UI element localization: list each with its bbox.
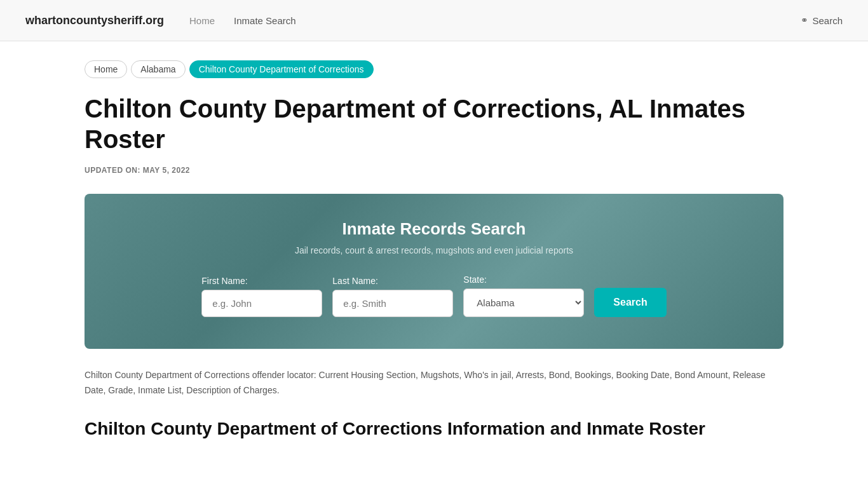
header-left: whartoncountysheriff.org Home Inmate Sea…: [25, 14, 296, 27]
first-name-label: First Name:: [201, 276, 247, 286]
first-name-input[interactable]: [201, 290, 322, 317]
breadcrumb: Home Alabama Chilton County Department o…: [85, 60, 783, 78]
breadcrumb-alabama[interactable]: Alabama: [131, 60, 185, 78]
updated-on: UPDATED ON: MAY 5, 2022: [85, 166, 783, 175]
page-title: Chilton County Department of Corrections…: [85, 93, 783, 154]
state-label: State:: [463, 274, 487, 285]
header-search-label: Search: [812, 15, 843, 26]
section-title: Chilton County Department of Corrections…: [85, 417, 783, 440]
search-icon: ⚭: [801, 15, 808, 25]
header-search-button[interactable]: ⚭ Search: [801, 15, 843, 26]
last-name-group: Last Name:: [332, 276, 453, 317]
state-group: State: Alabama Alaska Arizona Arkansas C…: [463, 274, 584, 317]
nav-inmate-search[interactable]: Inmate Search: [234, 15, 296, 26]
breadcrumb-home[interactable]: Home: [85, 60, 127, 78]
site-logo[interactable]: whartoncountysheriff.org: [25, 14, 164, 27]
main-nav: Home Inmate Search: [189, 15, 296, 26]
description-text: Chilton County Department of Corrections…: [85, 368, 783, 398]
site-header: whartoncountysheriff.org Home Inmate Sea…: [0, 0, 868, 41]
last-name-input[interactable]: [332, 290, 453, 317]
nav-home[interactable]: Home: [189, 15, 215, 26]
first-name-group: First Name:: [201, 276, 322, 317]
main-content: Home Alabama Chilton County Department o…: [59, 41, 809, 466]
inmate-search-box: Inmate Records Search Jail records, cour…: [85, 194, 783, 349]
search-box-subtitle: Jail records, court & arrest records, mu…: [123, 245, 745, 255]
last-name-label: Last Name:: [332, 276, 378, 286]
search-button[interactable]: Search: [594, 288, 666, 317]
search-fields: First Name: Last Name: State: Alabama Al…: [123, 274, 745, 317]
state-select[interactable]: Alabama Alaska Arizona Arkansas Californ…: [463, 288, 584, 317]
search-box-title: Inmate Records Search: [123, 219, 745, 239]
breadcrumb-current[interactable]: Chilton County Department of Corrections: [189, 60, 374, 78]
